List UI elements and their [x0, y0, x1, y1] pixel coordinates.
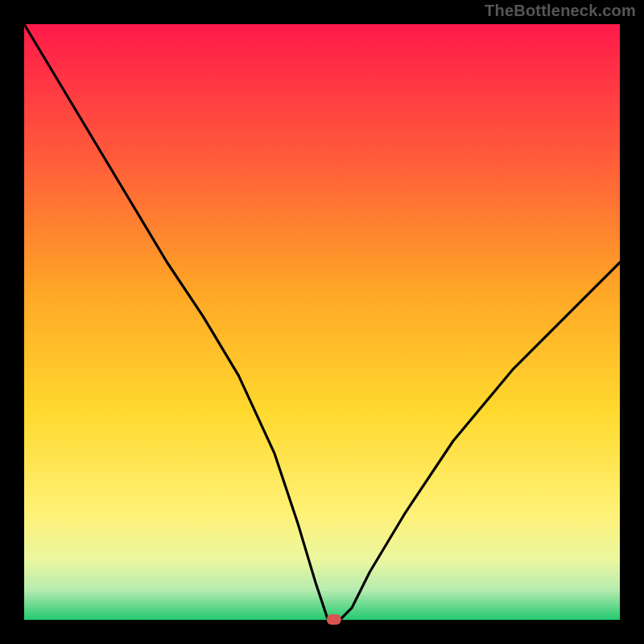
watermark-text: TheBottleneck.com [485, 2, 636, 20]
chart-container: TheBottleneck.com [0, 0, 644, 644]
min-marker [327, 614, 341, 625]
chart-svg [0, 0, 644, 644]
svg-rect-1 [24, 24, 620, 620]
